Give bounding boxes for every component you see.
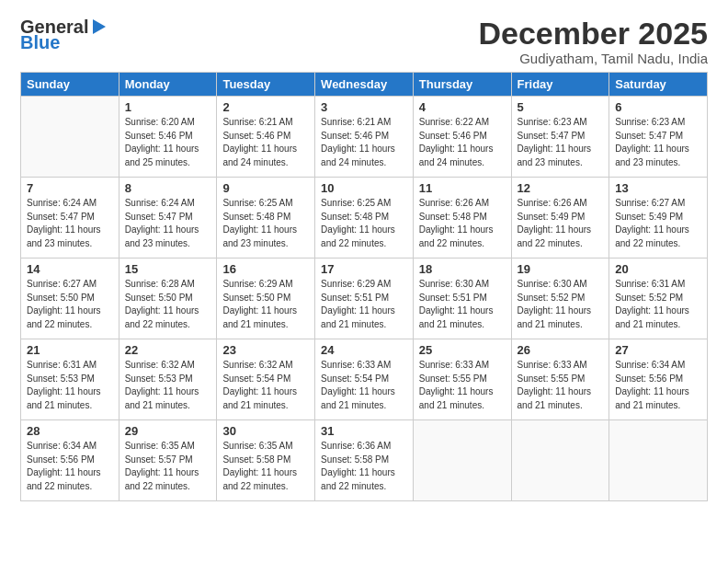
- calendar-cell: 26 Sunrise: 6:33 AMSunset: 5:55 PMDaylig…: [511, 339, 609, 420]
- calendar-cell: 10 Sunrise: 6:25 AMSunset: 5:48 PMDaylig…: [315, 178, 414, 259]
- day-number: 23: [222, 343, 309, 357]
- header: General Blue December 2025 Gudiyatham, T…: [20, 17, 708, 66]
- day-info: Sunrise: 6:24 AMSunset: 5:47 PMDaylight:…: [27, 198, 101, 248]
- day-number: 7: [27, 181, 113, 195]
- day-number: 24: [321, 343, 407, 357]
- day-number: 4: [419, 100, 506, 114]
- calendar-cell: 23 Sunrise: 6:32 AMSunset: 5:54 PMDaylig…: [217, 339, 315, 420]
- calendar-week-row: 21 Sunrise: 6:31 AMSunset: 5:53 PMDaylig…: [21, 339, 708, 420]
- calendar-cell: 21 Sunrise: 6:31 AMSunset: 5:53 PMDaylig…: [21, 339, 119, 420]
- day-number: 18: [419, 262, 506, 276]
- day-info: Sunrise: 6:21 AMSunset: 5:46 PMDaylight:…: [222, 117, 297, 167]
- calendar-cell: 15 Sunrise: 6:28 AMSunset: 5:50 PMDaylig…: [119, 259, 217, 339]
- calendar-cell: 2 Sunrise: 6:21 AMSunset: 5:46 PMDayligh…: [217, 97, 315, 178]
- calendar-cell: 19 Sunrise: 6:30 AMSunset: 5:52 PMDaylig…: [511, 259, 609, 339]
- calendar-cell: 11 Sunrise: 6:26 AMSunset: 5:48 PMDaylig…: [413, 178, 511, 259]
- calendar-cell: 7 Sunrise: 6:24 AMSunset: 5:47 PMDayligh…: [21, 178, 119, 259]
- calendar-week-row: 28 Sunrise: 6:34 AMSunset: 5:56 PMDaylig…: [21, 420, 708, 501]
- day-number: 14: [27, 262, 113, 276]
- col-thursday: Thursday: [413, 73, 511, 97]
- calendar-table: Sunday Monday Tuesday Wednesday Thursday…: [20, 72, 708, 501]
- day-number: 12: [518, 181, 604, 195]
- calendar-week-row: 14 Sunrise: 6:27 AMSunset: 5:50 PMDaylig…: [21, 259, 708, 339]
- day-info: Sunrise: 6:28 AMSunset: 5:50 PMDaylight:…: [125, 279, 199, 329]
- day-info: Sunrise: 6:30 AMSunset: 5:52 PMDaylight:…: [518, 279, 592, 329]
- day-info: Sunrise: 6:26 AMSunset: 5:49 PMDaylight:…: [518, 198, 592, 248]
- day-number: 30: [222, 424, 309, 438]
- day-number: 8: [125, 181, 211, 195]
- day-info: Sunrise: 6:32 AMSunset: 5:53 PMDaylight:…: [125, 360, 199, 410]
- calendar-cell: 27 Sunrise: 6:34 AMSunset: 5:56 PMDaylig…: [609, 339, 708, 420]
- day-info: Sunrise: 6:21 AMSunset: 5:46 PMDaylight:…: [321, 117, 395, 167]
- calendar-cell: 22 Sunrise: 6:32 AMSunset: 5:53 PMDaylig…: [119, 339, 217, 420]
- calendar-cell: 6 Sunrise: 6:23 AMSunset: 5:47 PMDayligh…: [609, 97, 708, 178]
- day-number: 25: [419, 343, 506, 357]
- day-info: Sunrise: 6:25 AMSunset: 5:48 PMDaylight:…: [321, 198, 395, 248]
- day-number: 13: [615, 181, 701, 195]
- day-number: 29: [125, 424, 211, 438]
- calendar-cell: 12 Sunrise: 6:26 AMSunset: 5:49 PMDaylig…: [511, 178, 609, 259]
- logo-blue-text: Blue: [20, 32, 60, 53]
- svg-marker-0: [93, 19, 106, 34]
- calendar-cell: 24 Sunrise: 6:33 AMSunset: 5:54 PMDaylig…: [315, 339, 414, 420]
- location: Gudiyatham, Tamil Nadu, India: [478, 51, 708, 66]
- day-number: 31: [321, 424, 407, 438]
- day-info: Sunrise: 6:35 AMSunset: 5:57 PMDaylight:…: [125, 441, 199, 491]
- calendar-cell: 31 Sunrise: 6:36 AMSunset: 5:58 PMDaylig…: [315, 420, 414, 501]
- calendar-cell: 5 Sunrise: 6:23 AMSunset: 5:47 PMDayligh…: [511, 97, 609, 178]
- day-info: Sunrise: 6:34 AMSunset: 5:56 PMDaylight:…: [615, 360, 689, 410]
- day-number: 28: [27, 424, 113, 438]
- calendar-cell: 28 Sunrise: 6:34 AMSunset: 5:56 PMDaylig…: [21, 420, 119, 501]
- calendar-cell: 1 Sunrise: 6:20 AMSunset: 5:46 PMDayligh…: [119, 97, 217, 178]
- calendar-cell: 14 Sunrise: 6:27 AMSunset: 5:50 PMDaylig…: [21, 259, 119, 339]
- day-number: 3: [321, 100, 407, 114]
- page: General Blue December 2025 Gudiyatham, T…: [0, 0, 728, 563]
- calendar-cell: 9 Sunrise: 6:25 AMSunset: 5:48 PMDayligh…: [217, 178, 315, 259]
- day-number: 2: [222, 100, 309, 114]
- col-tuesday: Tuesday: [217, 73, 315, 97]
- calendar-cell: 13 Sunrise: 6:27 AMSunset: 5:49 PMDaylig…: [609, 178, 708, 259]
- col-saturday: Saturday: [609, 73, 708, 97]
- day-info: Sunrise: 6:24 AMSunset: 5:47 PMDaylight:…: [125, 198, 199, 248]
- col-monday: Monday: [119, 73, 217, 97]
- day-info: Sunrise: 6:22 AMSunset: 5:46 PMDaylight:…: [419, 117, 494, 167]
- calendar-week-row: 7 Sunrise: 6:24 AMSunset: 5:47 PMDayligh…: [21, 178, 708, 259]
- day-info: Sunrise: 6:29 AMSunset: 5:51 PMDaylight:…: [321, 279, 395, 329]
- calendar-cell: [413, 420, 511, 501]
- day-info: Sunrise: 6:25 AMSunset: 5:48 PMDaylight:…: [222, 198, 297, 248]
- calendar-cell: 3 Sunrise: 6:21 AMSunset: 5:46 PMDayligh…: [315, 97, 414, 178]
- day-info: Sunrise: 6:27 AMSunset: 5:50 PMDaylight:…: [27, 279, 101, 329]
- day-number: 10: [321, 181, 407, 195]
- calendar-cell: 18 Sunrise: 6:30 AMSunset: 5:51 PMDaylig…: [413, 259, 511, 339]
- day-info: Sunrise: 6:31 AMSunset: 5:53 PMDaylight:…: [27, 360, 101, 410]
- day-info: Sunrise: 6:30 AMSunset: 5:51 PMDaylight:…: [419, 279, 494, 329]
- calendar-week-row: 1 Sunrise: 6:20 AMSunset: 5:46 PMDayligh…: [21, 97, 708, 178]
- day-number: 19: [518, 262, 604, 276]
- day-number: 27: [615, 343, 701, 357]
- day-info: Sunrise: 6:23 AMSunset: 5:47 PMDaylight:…: [615, 117, 689, 167]
- day-info: Sunrise: 6:29 AMSunset: 5:50 PMDaylight:…: [222, 279, 297, 329]
- day-info: Sunrise: 6:26 AMSunset: 5:48 PMDaylight:…: [419, 198, 494, 248]
- day-number: 9: [222, 181, 309, 195]
- day-number: 1: [125, 100, 211, 114]
- day-number: 6: [615, 100, 701, 114]
- calendar-cell: 4 Sunrise: 6:22 AMSunset: 5:46 PMDayligh…: [413, 97, 511, 178]
- day-info: Sunrise: 6:27 AMSunset: 5:49 PMDaylight:…: [615, 198, 689, 248]
- day-info: Sunrise: 6:33 AMSunset: 5:54 PMDaylight:…: [321, 360, 395, 410]
- day-number: 21: [27, 343, 113, 357]
- calendar-cell: 25 Sunrise: 6:33 AMSunset: 5:55 PMDaylig…: [413, 339, 511, 420]
- day-info: Sunrise: 6:33 AMSunset: 5:55 PMDaylight:…: [518, 360, 592, 410]
- calendar-header-row: Sunday Monday Tuesday Wednesday Thursday…: [21, 73, 708, 97]
- calendar-cell: [511, 420, 609, 501]
- month-title: December 2025: [478, 17, 708, 51]
- day-number: 26: [518, 343, 604, 357]
- calendar-cell: 8 Sunrise: 6:24 AMSunset: 5:47 PMDayligh…: [119, 178, 217, 259]
- day-info: Sunrise: 6:35 AMSunset: 5:58 PMDaylight:…: [222, 441, 297, 491]
- logo: General Blue: [20, 17, 108, 53]
- day-number: 15: [125, 262, 211, 276]
- logo-triangle-icon: [89, 17, 108, 36]
- day-info: Sunrise: 6:31 AMSunset: 5:52 PMDaylight:…: [615, 279, 689, 329]
- col-sunday: Sunday: [21, 73, 119, 97]
- calendar-cell: [21, 97, 119, 178]
- col-wednesday: Wednesday: [315, 73, 414, 97]
